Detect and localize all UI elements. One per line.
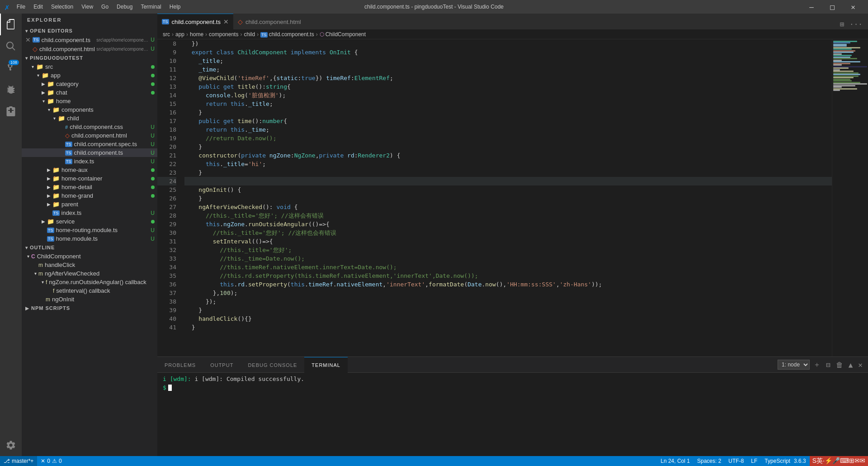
tree-item-child[interactable]: ▾ 📁 child [22,114,157,123]
maximize-panel-button[interactable]: ▲ [847,360,855,370]
folder-icon: 📁 [52,184,60,190]
tab-child-ts[interactable]: TS child.component.ts ✕ [157,14,233,29]
git-branch-status[interactable]: ⎇ master*+ [0,456,37,466]
encoding-status[interactable]: UTF-8 [725,456,747,466]
tree-item-components[interactable]: ▾ 📁 components [22,105,157,114]
breadcrumb: src › app › home › components › child › … [157,29,868,39]
code-line-28: //this._title='您好'; //这样会有错误 [184,211,832,220]
tab-close-button[interactable]: ✕ [223,18,229,25]
breadcrumb-home[interactable]: home [190,31,203,38]
menu-debug[interactable]: Debug [113,3,136,11]
breadcrumb-src[interactable]: src [163,31,170,38]
close-button[interactable]: ✕ [843,0,863,14]
add-terminal-button[interactable]: ＋ [811,359,822,371]
tree-item-home-grand[interactable]: ▶ 📁 home-grand [22,191,157,200]
maximize-button[interactable]: □ [822,0,843,14]
outline-item-ngafterviewchecked[interactable]: ▾ m ngAfterViewChecked [22,269,157,278]
code-text[interactable]: }) export class ChildComponent implement… [180,39,832,357]
outline-item-ngzone[interactable]: ▾ f ngZone.runOutsideAngular() callback [22,278,157,286]
panel-tab-terminal[interactable]: TERMINAL [304,357,348,373]
menu-go[interactable]: Go [98,3,112,11]
breadcrumb-app[interactable]: app [175,31,184,38]
tree-item-inner-index[interactable]: ▶ TS index.ts U [22,209,157,217]
split-editor-button[interactable]: ⊞ [838,19,846,29]
tree-item-src[interactable]: ▾ 📁 src [22,62,157,71]
tree-item-home-module[interactable]: ▶ TS home.module.ts U [22,234,157,243]
ln-14: 14 [157,91,176,100]
panel-tab-output[interactable]: OUTPUT [203,357,241,373]
tree-item-home-container[interactable]: ▶ 📁 home-container [22,174,157,183]
outline-header[interactable]: ▾ OUTLINE [22,243,157,252]
tree-item-child-css[interactable]: ▶ # child.component.css U [22,123,157,131]
outline-item-childcomponent[interactable]: ▾ C ChildComponent [22,252,157,261]
breadcrumb-file[interactable]: TSchild.component.ts [260,31,314,38]
source-control-activity-icon[interactable]: 108 [0,57,22,79]
folder-icon: 📁 [42,72,49,79]
search-activity-icon[interactable] [0,35,22,57]
code-line-25: ngOnInit() { [184,185,832,194]
unsaved-badge: U [151,236,155,242]
outline-item-handleclick[interactable]: ▾ m handleClick [22,261,157,269]
tree-item-home-detail[interactable]: ▶ 📁 home-detail [22,183,157,191]
menu-help[interactable]: Help [166,3,184,11]
code-editor[interactable]: 8 9 10 11 12 13 14 15 16 17 18 19 20 21 … [157,39,868,357]
tree-item-home-routing[interactable]: ▶ TS home-routing.module.ts U [22,226,157,234]
tree-item-parent[interactable]: ▶ 📁 parent [22,200,157,209]
folder-icon: 📁 [36,63,43,70]
minimize-button[interactable]: — [801,0,822,14]
ln-40: 40 [157,314,176,323]
panel-tab-problems[interactable]: PROBLEMS [157,357,203,373]
extensions-activity-icon[interactable] [0,100,22,122]
outline-item-ngoninit[interactable]: ▾ m ngOnInit [22,295,157,304]
breadcrumb-child[interactable]: child [244,31,255,38]
tree-item-child-spec[interactable]: ▶ TS child.component.spec.ts U [22,140,157,148]
panel-tab-debug[interactable]: DEBUG CONSOLE [241,357,304,373]
more-actions-button[interactable]: ··· [848,19,864,29]
tree-item-chat[interactable]: ▶ 📁 chat [22,88,157,97]
errors-status[interactable]: ✕ 0 ⚠ 0 [37,456,65,466]
breadcrumb-components[interactable]: components [209,31,238,38]
indentation-status[interactable]: Spaces: 2 [693,456,725,466]
menu-view[interactable]: View [78,3,97,11]
cursor-position-status[interactable]: Ln 24, Col 1 [657,456,693,466]
split-terminal-button[interactable]: ⊟ [824,360,832,370]
sidebar: EXPLORER ▾ OPEN EDITORS ✕ TS child.compo… [22,14,157,456]
tree-item-service[interactable]: ▶ 📁 service [22,217,157,226]
terminal-content[interactable]: i [wdm]: i [wdm]: Compiled successfully.… [157,373,868,456]
indentation-label: Spaces: 2 [697,458,721,464]
project-header[interactable]: ▾ PINGDUODUOTEST [22,53,157,62]
close-panel-button[interactable]: ✕ [856,360,864,370]
explorer-header: EXPLORER [22,14,157,26]
html-tab-icon: ◇ [238,18,243,25]
npm-scripts-header[interactable]: ▶ NPM SCRIPTS [22,304,157,313]
language-status[interactable]: TypeScript 3.6.3 [761,456,809,466]
open-editor-path: src\app\home\components\ch... [96,38,151,43]
menu-edit[interactable]: Edit [30,3,47,11]
settings-activity-icon[interactable] [0,434,22,456]
vscode-logo: ✗ [5,2,9,12]
open-editor-child-ts[interactable]: ✕ TS child.component.ts src\app\home\com… [22,35,157,44]
tree-item-home[interactable]: ▾ 📁 home [22,97,157,105]
outline-item-setinterval[interactable]: ▾ f setInterval() callback [22,286,157,295]
tree-item-child-html[interactable]: ▶ ◇ child.component.html U [22,131,157,140]
debug-activity-icon[interactable] [0,79,22,100]
tab-child-html[interactable]: ◇ child.component.html [233,14,306,29]
breadcrumb-symbol[interactable]: ⬡ChildComponent [320,31,366,38]
tree-item-category[interactable]: ▶ 📁 category [22,80,157,88]
tree-item-index-ts[interactable]: ▶ TS index.ts U [22,157,157,166]
terminal-dropdown[interactable]: 1: node [778,360,810,370]
tree-item-app[interactable]: ▾ 📁 app [22,71,157,80]
ime-status[interactable]: S英·⚡🎤⌨⊞✉✉ [810,456,868,466]
tree-item-home-aux[interactable]: ▶ 📁 home-aux [22,166,157,174]
explorer-activity-icon[interactable] [0,14,22,35]
line-ending-status[interactable]: LF [747,456,761,466]
tree-item-child-ts[interactable]: ▶ TS child.component.ts U [22,148,157,157]
open-editors-header[interactable]: ▾ OPEN EDITORS [22,26,157,35]
kill-terminal-button[interactable]: 🗑 [834,360,845,370]
menu-file[interactable]: File [13,3,29,11]
open-editor-child-html[interactable]: ◇ child.component.html src\app\home\comp… [22,44,157,53]
menu-selection[interactable]: Selection [47,3,77,11]
code-line-24 [184,177,832,185]
close-editor-icon[interactable]: ✕ [25,36,31,43]
menu-terminal[interactable]: Terminal [137,3,165,11]
